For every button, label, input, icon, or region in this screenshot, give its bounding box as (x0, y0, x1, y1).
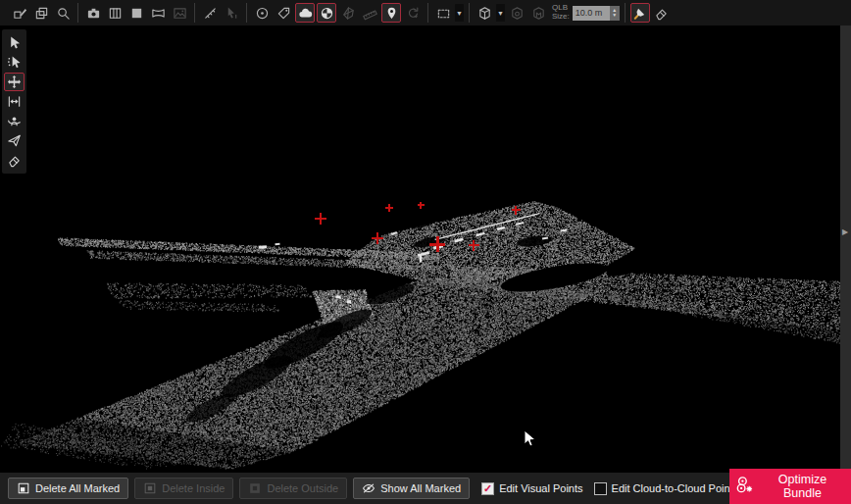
control-point-marker[interactable] (372, 232, 383, 244)
point-cloud-viewport[interactable] (0, 0, 851, 504)
mark-inside-icon (143, 481, 157, 495)
panorama-icon (151, 6, 166, 21)
control-point-marker[interactable] (385, 204, 393, 212)
top-toolbar: ▼▼QLB Size:10.0 m▲▼ (0, 0, 851, 25)
cursor-info-icon (225, 6, 239, 21)
optimize-bundle-label: Optimize Bundle (760, 473, 845, 500)
windows-icon (34, 6, 49, 21)
qlb-size-input[interactable]: 10.0 m (573, 6, 610, 21)
zoom-region-button[interactable] (53, 3, 73, 23)
checked-checkbox-icon[interactable]: ✓ (481, 482, 494, 495)
split-icon (108, 6, 123, 21)
show-all-marked-button[interactable]: Show All Marked (353, 478, 470, 499)
control-point-marker[interactable] (512, 206, 521, 215)
delete-inside-button: Delete Inside (134, 478, 233, 499)
rect-select-tool-button[interactable] (433, 3, 453, 23)
delete-outside-button-label: Delete Outside (267, 482, 338, 494)
ruler-icon (363, 6, 377, 21)
orbit-view-tool-button[interactable] (4, 112, 25, 130)
clip-box-tool-button-dropdown[interactable]: ▼ (496, 4, 505, 22)
point-cloud-toggle[interactable] (295, 3, 315, 23)
select-tool-button[interactable] (4, 33, 25, 52)
collapsed-right-panel[interactable]: ▶ (840, 25, 851, 473)
square-icon (129, 6, 144, 21)
box3d-m-icon (531, 6, 546, 21)
delete-outside-button: Delete Outside (239, 478, 347, 499)
shading-toggle[interactable] (317, 3, 336, 23)
eraser-view-tool-button[interactable] (4, 151, 25, 170)
control-point-marker[interactable] (469, 240, 479, 251)
rect-select-tool-button-dropdown[interactable]: ▼ (455, 4, 464, 22)
edit-cloud-to-cloud-checkbox[interactable]: Edit Cloud-to-Cloud Points (594, 482, 739, 495)
brush-tool-button[interactable] (630, 3, 650, 23)
bundle-sparkle-icon (735, 476, 754, 497)
mark-delete-icon (17, 481, 30, 495)
control-point-marker[interactable] (418, 202, 425, 209)
camera-view-button[interactable] (83, 3, 103, 23)
mesh-icon (341, 6, 356, 21)
panorama-view-button[interactable] (148, 3, 168, 23)
delete-all-marked-button[interactable]: Delete All Marked (8, 478, 128, 499)
multi-select-tool-button[interactable] (4, 53, 25, 72)
qlb-size-label: QLB Size: (552, 4, 570, 21)
eye-slash-icon (362, 481, 375, 495)
toolbar-group (247, 3, 428, 23)
ruler-toggle (360, 3, 379, 23)
image-gallery-button (170, 3, 189, 23)
split-view-button[interactable] (105, 3, 125, 23)
toolbar-group (195, 3, 247, 23)
eraser-icon (654, 6, 669, 21)
control-point-marker[interactable] (315, 213, 326, 225)
mouse-cursor (523, 429, 536, 453)
clip-box-sphere-button (507, 3, 526, 23)
cloud-icon (298, 6, 313, 21)
eraser-tool-button[interactable] (652, 3, 672, 23)
control-points-toggle[interactable] (381, 3, 401, 23)
span-icon (7, 94, 22, 109)
plane-icon (7, 133, 22, 148)
annotate-tool-button[interactable] (10, 3, 29, 23)
solid-view-button[interactable] (126, 3, 146, 23)
edit-cloud-to-cloud-checkbox-label: Edit Cloud-to-Cloud Points (612, 482, 739, 494)
toolbar-group (626, 3, 676, 23)
clip-box-tool-button[interactable] (475, 3, 494, 23)
pin-icon (384, 6, 399, 21)
toolbar-group: ▼QLB Size:10.0 m▲▼ (470, 3, 626, 23)
orbit-disc-toggle[interactable] (252, 3, 272, 23)
qlb-size-spinner[interactable]: ▲▼ (610, 6, 620, 21)
pie-icon (320, 6, 334, 21)
clip-box-model-button (528, 3, 548, 23)
left-toolbar (2, 29, 26, 174)
marked-actions-group: Delete All MarkedDelete InsideDelete Out… (8, 478, 470, 499)
edit-options-group: ✓Edit Visual PointsEdit Cloud-to-Cloud P… (481, 482, 738, 495)
cascade-windows-button[interactable] (31, 3, 51, 23)
optimize-bundle-button[interactable]: Optimize Bundle (729, 469, 851, 504)
control-point-marker[interactable] (429, 236, 445, 252)
disc-icon (255, 6, 270, 21)
brush-icon (632, 6, 647, 21)
tags-toggle[interactable] (274, 3, 293, 23)
cursor-points-icon (7, 55, 22, 70)
images-icon (173, 6, 187, 21)
magnifier-icon (56, 6, 71, 21)
bottom-action-bar: Delete All MarkedDelete InsideDelete Out… (0, 473, 851, 504)
expand-panel-chevron-icon[interactable]: ▶ (842, 227, 848, 236)
measure-icon (203, 6, 218, 21)
delete-inside-button-label: Delete Inside (162, 482, 225, 494)
show-all-marked-button-label: Show All Marked (380, 482, 461, 494)
eraser-icon (7, 153, 22, 168)
pan-icon (7, 75, 22, 89)
camera-icon (86, 6, 101, 21)
fly-view-tool-button[interactable] (4, 131, 25, 150)
pan-tool-button[interactable] (4, 73, 25, 91)
span-measure-tool-button[interactable] (4, 92, 25, 111)
tag-icon (276, 6, 291, 21)
unchecked-checkbox-icon[interactable] (594, 482, 607, 495)
rect-select-icon (436, 6, 451, 21)
delete-all-marked-button-label: Delete All Marked (35, 482, 120, 494)
measure-tool-button[interactable] (200, 3, 220, 23)
mesh-toggle (338, 3, 358, 23)
edit-visual-points-checkbox[interactable]: ✓Edit Visual Points (481, 482, 582, 495)
orbit-person-icon (7, 114, 22, 128)
toolbar-group (5, 3, 78, 23)
